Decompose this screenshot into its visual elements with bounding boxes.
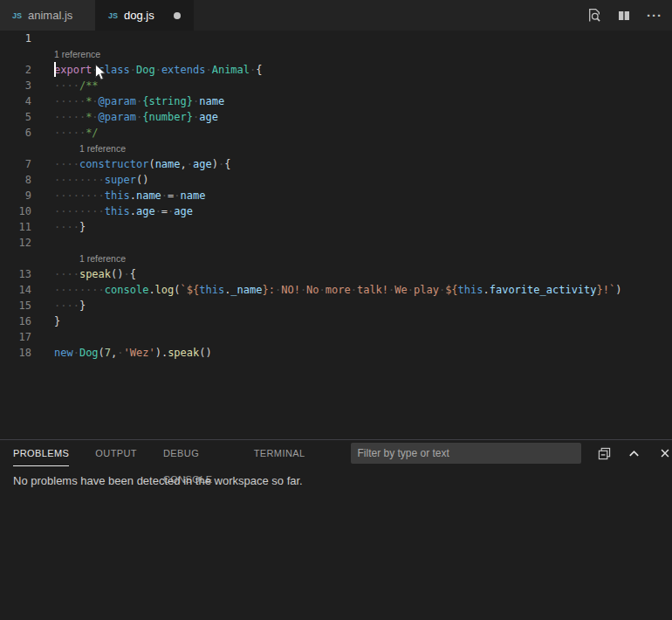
line-content: ····/** — [54, 78, 99, 93]
line-number[interactable]: 9 — [0, 188, 31, 203]
code-editor[interactable]: 11 reference2export·class·Dog·extends·An… — [0, 31, 672, 439]
code-line-15[interactable]: 15····} — [0, 298, 672, 313]
tab-label: animal.js — [28, 9, 72, 22]
code-line-11[interactable]: 11····} — [0, 219, 672, 235]
code-line-12[interactable]: 12 — [0, 235, 672, 251]
code-line-3[interactable]: 3····/** — [0, 78, 672, 93]
codelens-reference-link[interactable]: 1 reference — [79, 141, 126, 156]
panel-tab-terminal[interactable]: TERMINAL — [254, 440, 305, 466]
javascript-file-icon: JS — [108, 11, 118, 20]
codelens-reference-link[interactable]: 1 reference — [79, 251, 126, 266]
line-content: ·····*·@param·{number}·age — [54, 109, 218, 125]
code-line-7[interactable]: 7····constructor(name,·age)·{ — [0, 156, 672, 172]
codelens-reference-link[interactable]: 1 reference — [54, 46, 100, 62]
line-number[interactable]: 16 — [0, 313, 31, 329]
line-content: new·Dog(7,·'Wez').speak() — [54, 345, 212, 361]
codelens-row: 1 reference — [0, 251, 672, 266]
line-number[interactable]: 15 — [0, 298, 31, 313]
line-content: ········console.log(`${this._name}:·NO!·… — [54, 282, 621, 298]
line-content: ····speak()·{ — [54, 266, 136, 282]
line-content: ·····*/ — [54, 125, 99, 141]
maximize-panel-icon[interactable] — [627, 445, 642, 461]
more-actions-icon[interactable]: ··· — [646, 7, 663, 24]
code-line-13[interactable]: 13····speak()·{ — [0, 266, 672, 282]
collapse-all-icon[interactable] — [597, 445, 612, 461]
line-number[interactable]: 12 — [0, 235, 31, 251]
panel-tab-problems[interactable]: PROBLEMS — [13, 440, 69, 466]
code-line-9[interactable]: 9········this.name·=·name — [0, 188, 672, 203]
split-editor-icon[interactable] — [615, 7, 633, 24]
code-line-8[interactable]: 8········super() — [0, 172, 672, 188]
code-line-10[interactable]: 10········this.age·=·age — [0, 203, 672, 219]
tab-label: dog.js — [124, 9, 154, 22]
line-number[interactable]: 8 — [0, 172, 31, 188]
tab-bar: JSanimal.jsJSdog.js ··· — [0, 0, 672, 31]
text-caret — [54, 62, 56, 77]
javascript-file-icon: JS — [12, 11, 22, 20]
panel-tab-debug-console[interactable]: DEBUG CONSOLE — [163, 440, 228, 466]
line-number[interactable]: 5 — [0, 109, 31, 125]
vscode-window: JSanimal.jsJSdog.js ··· — [0, 0, 672, 620]
line-number[interactable]: 18 — [0, 345, 31, 361]
codelens-row: 1 reference — [0, 141, 672, 156]
line-content: ········super() — [54, 172, 148, 188]
editor-actions: ··· — [585, 0, 663, 31]
code-line-2[interactable]: 2export·class·Dog·extends·Animal·{ — [0, 62, 672, 78]
line-content: } — [54, 313, 60, 329]
line-content: ····constructor(name,·age)·{ — [54, 156, 230, 172]
line-content: export·class·Dog·extends·Animal·{ — [54, 62, 263, 78]
code-line-18[interactable]: 18new·Dog(7,·'Wez').speak() — [0, 345, 672, 361]
code-line-6[interactable]: 6·····*/ — [0, 125, 672, 141]
line-number[interactable]: 6 — [0, 125, 31, 141]
close-panel-icon[interactable] — [657, 445, 672, 461]
line-number[interactable]: 13 — [0, 266, 31, 282]
panel-header: PROBLEMSOUTPUTDEBUG CONSOLETERMINAL — [0, 440, 672, 466]
ellipsis-glyph: ··· — [647, 11, 662, 20]
line-number[interactable]: 7 — [0, 156, 31, 172]
line-number[interactable]: 4 — [0, 93, 31, 109]
line-content: ········this.name·=·name — [54, 188, 205, 203]
line-content: ····} — [54, 219, 86, 235]
tab-animal.js[interactable]: JSanimal.js — [0, 0, 96, 31]
problems-empty-message: No problems have been detected in the wo… — [0, 466, 672, 487]
bottom-panel: PROBLEMSOUTPUTDEBUG CONSOLETERMINAL — [0, 439, 672, 620]
line-number[interactable]: 2 — [0, 62, 31, 78]
line-content: ·····*·@param·{string}·name — [54, 93, 224, 109]
codelens-row: 1 reference — [0, 46, 672, 62]
open-preview-icon[interactable] — [585, 7, 602, 24]
line-number[interactable]: 14 — [0, 282, 31, 298]
line-number[interactable]: 11 — [0, 219, 31, 235]
code-line-14[interactable]: 14········console.log(`${this._name}:·NO… — [0, 282, 672, 298]
line-content: ········this.age·=·age — [54, 203, 193, 219]
modified-indicator-dot[interactable] — [174, 12, 181, 19]
code-line-1[interactable]: 1 — [0, 31, 672, 46]
code-line-17[interactable]: 17 — [0, 329, 672, 345]
line-number[interactable]: 1 — [0, 31, 31, 46]
code-line-5[interactable]: 5·····*·@param·{number}·age — [0, 109, 672, 125]
line-number[interactable]: 10 — [0, 203, 31, 219]
tab-group: JSanimal.jsJSdog.js — [0, 0, 194, 31]
code-line-16[interactable]: 16} — [0, 313, 672, 329]
tab-dog.js[interactable]: JSdog.js — [96, 0, 194, 31]
problems-filter-input[interactable] — [351, 443, 581, 464]
line-content: ····} — [54, 298, 86, 313]
line-number[interactable]: 17 — [0, 329, 31, 345]
panel-tab-output[interactable]: OUTPUT — [95, 440, 137, 466]
code-line-4[interactable]: 4·····*·@param·{string}·name — [0, 93, 672, 109]
line-number[interactable]: 3 — [0, 78, 31, 93]
panel-tabs: PROBLEMSOUTPUTDEBUG CONSOLETERMINAL — [13, 440, 332, 466]
